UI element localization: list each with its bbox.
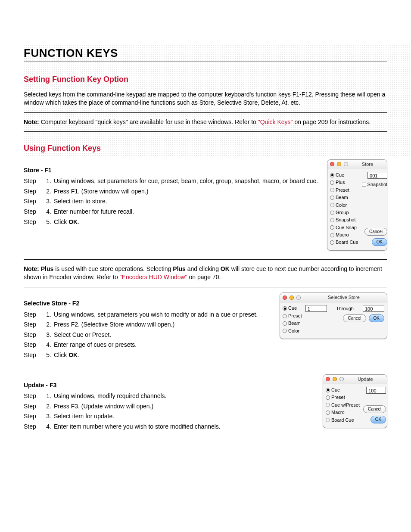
checkbox-label: Snapshot xyxy=(367,181,387,188)
dialog-titlebar: Selective Store xyxy=(280,293,387,302)
radio-boardcue[interactable] xyxy=(330,240,334,245)
radio-plus[interactable] xyxy=(330,180,334,185)
range-from-input[interactable]: 1 xyxy=(305,305,327,312)
radio-label: Preset xyxy=(331,394,345,401)
radio-cue[interactable] xyxy=(330,173,334,177)
link-encoders[interactable]: "Encoders HUD Window" xyxy=(120,274,187,280)
minimize-icon[interactable] xyxy=(337,162,341,166)
step-label: Step xyxy=(24,423,44,431)
step-number: 4. xyxy=(44,341,54,349)
divider xyxy=(24,287,387,287)
zoom-icon[interactable] xyxy=(344,162,348,166)
radio-label: Cue xyxy=(336,172,344,178)
radio-boardcue[interactable] xyxy=(326,418,330,422)
radio-preset[interactable] xyxy=(326,395,330,400)
dialog-update: Update Cue Preset Cue w/Preset Macro Boa… xyxy=(323,374,387,428)
close-icon[interactable] xyxy=(283,296,287,300)
close-icon[interactable] xyxy=(330,162,334,166)
number-input[interactable]: 001 xyxy=(367,172,387,179)
cancel-button[interactable]: Cancel xyxy=(363,405,386,413)
steps-selective-store: Step1.Using windows, set parameters you … xyxy=(24,311,271,360)
intro-paragraph: Selected keys from the command-line keyp… xyxy=(24,90,387,107)
step-label: Step xyxy=(24,311,44,319)
step-text: Using windows, set parameters you wish t… xyxy=(54,311,271,319)
step-number: 1. xyxy=(44,177,54,186)
section-heading-setting: Setting Function Key Option xyxy=(24,74,387,85)
ok-button[interactable]: OK xyxy=(371,416,386,423)
step-text: Click OK. xyxy=(54,218,318,227)
number-input[interactable]: 100 xyxy=(366,387,386,394)
ok-button[interactable]: OK xyxy=(369,314,384,322)
step-number: 4. xyxy=(44,208,54,216)
radio-label: Plus xyxy=(336,179,345,186)
radio-color[interactable] xyxy=(330,203,334,207)
radio-snapshot[interactable] xyxy=(330,218,334,222)
zoom-icon[interactable] xyxy=(296,296,301,300)
note-text: Plus xyxy=(173,265,186,272)
step-text: Press F2. (Selective Store window will o… xyxy=(54,320,271,329)
through-label: Through xyxy=(330,305,360,312)
note-text: OK xyxy=(221,265,230,272)
radio-beam[interactable] xyxy=(283,321,287,326)
step-text: Using windows, modify required channels. xyxy=(54,392,314,401)
radio-label: Beam xyxy=(336,194,348,201)
radio-label: Cue w/Preset xyxy=(331,402,360,408)
radio-macro[interactable] xyxy=(330,233,334,237)
minimize-icon[interactable] xyxy=(333,377,337,381)
radio-label: Cue Snap xyxy=(336,224,357,231)
dialog-titlebar: Update xyxy=(323,375,387,384)
radio-label: Board Cue xyxy=(331,417,354,423)
radio-preset[interactable] xyxy=(330,188,334,192)
step-label: Step xyxy=(24,218,44,227)
link-quick-keys[interactable]: "Quick Keys" xyxy=(258,118,293,125)
radio-label: Cue xyxy=(288,305,297,311)
radio-cue-w-preset[interactable] xyxy=(326,403,330,407)
step-number: 1. xyxy=(44,392,54,401)
step-number: 2. xyxy=(44,187,54,196)
step-label: Step xyxy=(24,331,44,339)
radio-color[interactable] xyxy=(283,329,287,333)
radio-cue[interactable] xyxy=(326,388,330,392)
step-text: Press F1. (Store window will open.) xyxy=(54,187,318,196)
cancel-button[interactable]: Cancel xyxy=(343,314,366,322)
step-text: Select item to store. xyxy=(54,197,318,206)
radio-cue[interactable] xyxy=(283,306,287,311)
divider xyxy=(24,259,387,260)
close-icon[interactable] xyxy=(326,377,330,381)
checkbox-snapshot[interactable] xyxy=(362,183,366,187)
step-text: Using windows, set parameters for cue, p… xyxy=(54,177,318,186)
step-label: Step xyxy=(24,341,44,349)
step-number: 3. xyxy=(44,412,54,421)
dialog-store: Store Cue Plus Preset Beam Color Group S… xyxy=(327,159,387,251)
step-label: Step xyxy=(24,197,44,206)
ok-button[interactable]: OK xyxy=(372,238,387,246)
note-plus: Note: Plus is used with cue store operat… xyxy=(24,265,387,282)
step-number: 3. xyxy=(44,197,54,206)
note-label: Note: xyxy=(24,265,39,272)
radio-label: Color xyxy=(336,202,347,208)
step-label: Step xyxy=(24,402,44,411)
radio-list: Cue Plus Preset Beam Color Group Snapsho… xyxy=(330,172,358,246)
zoom-icon[interactable] xyxy=(339,377,344,381)
radio-list: Cue Preset Cue w/Preset Macro Board Cue xyxy=(326,387,360,423)
radio-label: Preset xyxy=(336,187,349,193)
radio-cuesnap[interactable] xyxy=(330,225,334,230)
steps-update: Step1.Using windows, modify required cha… xyxy=(24,392,314,431)
cancel-button[interactable]: Cancel xyxy=(364,228,387,236)
note-text: on page 209 for instructions. xyxy=(293,118,371,125)
step-number: 4. xyxy=(44,423,54,431)
radio-label: Group xyxy=(336,209,349,216)
radio-beam[interactable] xyxy=(330,196,334,200)
step-text: Enter range of cues or presets. xyxy=(54,341,271,349)
section-heading-using: Using Function Keys xyxy=(24,143,387,154)
subhead-update: Update - F3 xyxy=(24,381,314,390)
page-title: FUNCTION KEYS xyxy=(24,45,387,62)
step-number: 2. xyxy=(44,402,54,411)
minimize-icon[interactable] xyxy=(290,296,294,300)
step-text: Enter item number where you wish to stor… xyxy=(54,423,314,431)
range-to-input[interactable]: 100 xyxy=(363,305,384,312)
note-text: Computer keyboard "quick keys" are avail… xyxy=(39,118,258,125)
radio-macro[interactable] xyxy=(326,411,330,415)
radio-group[interactable] xyxy=(330,211,334,215)
radio-preset[interactable] xyxy=(283,314,287,318)
